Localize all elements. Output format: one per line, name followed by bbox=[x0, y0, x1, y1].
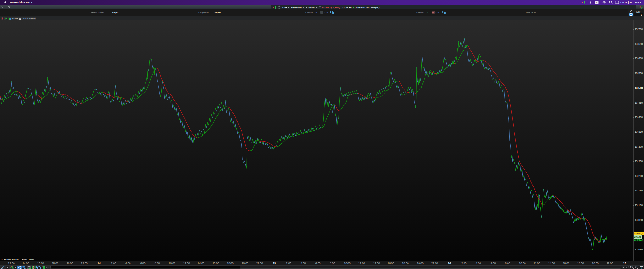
svg-text:A: A bbox=[596, 1, 598, 4]
